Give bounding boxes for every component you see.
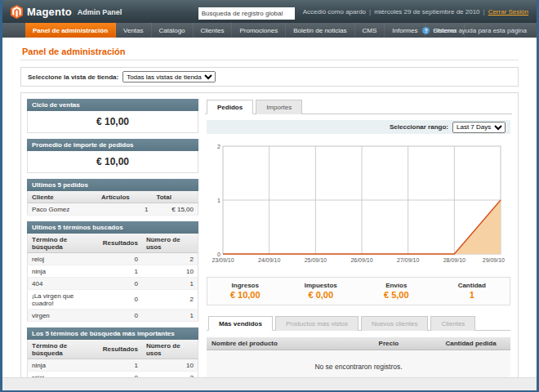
col-header: Resultados [99, 234, 142, 253]
range-select[interactable]: Last 7 Days [452, 122, 506, 133]
col-header: Número de usos [142, 234, 198, 253]
page-footer [2, 377, 537, 390]
svg-text:29/09/10: 29/09/10 [483, 257, 505, 263]
col-header: Término de búsqueda [28, 340, 99, 359]
table-row[interactable]: reloj 0 2 [28, 372, 198, 378]
dashboard-right-column: Pedidos Importes Seleccionar rango: Last… [205, 99, 512, 377]
nav-item[interactable]: Panel de administración [25, 23, 116, 38]
col-header: Número de usos [142, 340, 198, 359]
nav-item[interactable]: Promociones [232, 23, 286, 38]
stat-value: € 10,00 [207, 290, 283, 300]
logo-title: Magento [27, 6, 72, 18]
grid-tab[interactable]: Productos más vistos [275, 316, 359, 331]
nav-item[interactable]: CMS [355, 23, 385, 38]
last-orders-table: Cliente Artículos Total Paco Gomez 1 [27, 191, 198, 216]
magento-logo-icon [11, 5, 23, 19]
app-window: Magento Admin Panel Accedió como apardo|… [0, 0, 539, 392]
total-stat: Impuestos € 0,00 [283, 282, 359, 300]
page-content: Panel de administración Seleccione la vi… [2, 38, 537, 377]
total-stat: Cantidad 1 [434, 282, 510, 300]
header-session-info: Accedió como apardo|miércoles 29 de sept… [303, 8, 528, 16]
lifetime-sales-box: Ciclo de ventas € 10,00 [27, 99, 198, 133]
logout-link[interactable]: Cerrar Sesión [488, 8, 528, 16]
table-row[interactable]: ¡La virgen que cuadro! 0 2 [28, 290, 198, 310]
title-divider [20, 60, 519, 60]
svg-text:24/09/10: 24/09/10 [258, 257, 280, 263]
svg-text:0: 0 [217, 252, 220, 257]
lifetime-sales-value: € 10,00 [27, 111, 198, 133]
svg-text:1: 1 [217, 198, 220, 203]
diagram-tabs: Pedidos Importes [205, 99, 512, 114]
diagram-tab[interactable]: Pedidos [207, 100, 253, 114]
lifetime-sales-title: Ciclo de ventas [27, 99, 198, 111]
current-date: miércoles 29 de septiembre de 2010 [374, 8, 479, 16]
stat-label: Cantidad [434, 282, 510, 289]
col-header: Término de búsqueda [28, 234, 99, 253]
last-search-terms-table: Término de búsqueda Resultados Número de… [27, 234, 198, 322]
svg-text:2: 2 [217, 144, 220, 149]
nav-item[interactable]: Ventas [116, 23, 151, 38]
range-label: Seleccionar rango: [390, 123, 448, 131]
global-search-input[interactable] [198, 7, 295, 20]
svg-text:26/09/10: 26/09/10 [350, 257, 372, 263]
help-icon: ? [422, 27, 430, 34]
nav-item[interactable]: Catálogo [152, 23, 194, 38]
last-orders-box: Ultimos 5 pedidos Cliente Artículos Tota… [27, 179, 198, 216]
store-view-label: Seleccione la vista de tienda: [28, 74, 118, 81]
col-header: Precio [374, 337, 441, 350]
average-orders-value: € 10,00 [27, 151, 198, 173]
diagram-tab[interactable]: Importes [256, 100, 302, 114]
stat-label: Envíos [359, 282, 434, 289]
stat-value: 1 [434, 290, 510, 300]
orders-chart: 01223/09/1024/09/1025/09/1026/09/1027/09… [207, 140, 510, 270]
stat-label: Impuestos [283, 282, 359, 289]
nav-item[interactable]: Informes [385, 23, 425, 38]
nav-item[interactable]: Clientes [194, 23, 233, 38]
range-bar: Seleccionar rango: Last 7 Days [207, 120, 510, 134]
last-orders-title: Ultimos 5 pedidos [27, 179, 198, 191]
top-header: Magento Admin Panel Accedió como apardo|… [2, 0, 537, 23]
average-orders-box: Promedio de importe de pedidos € 10,00 [27, 139, 198, 173]
orders-panel: Seleccionar rango: Last 7 Days 01223/09/… [205, 114, 512, 377]
stat-value: € 0,00 [283, 290, 359, 300]
empty-grid-message: No se encontraron registros. [207, 350, 510, 378]
nav-item[interactable]: Boletín de noticias [286, 23, 354, 38]
col-header: Artículos [97, 191, 152, 203]
grid-tabs: Más vendidos Productos más vistos Nuevos… [207, 315, 510, 331]
table-row[interactable]: ninja 1 10 [28, 265, 198, 278]
grid-tab[interactable]: Clientes [430, 316, 475, 331]
table-row[interactable]: reloj 0 2 [28, 253, 198, 265]
bestsellers-grid: Nombre del producto Precio Cantidad pedi… [207, 337, 510, 377]
col-header: Total [152, 191, 198, 203]
magento-logo: Magento Admin Panel [11, 5, 122, 19]
store-view-select[interactable]: Todas las vistas de tienda [122, 71, 216, 82]
col-header: Cliente [28, 191, 98, 203]
table-row[interactable]: ninja 1 10 [28, 359, 198, 372]
total-stat: Ingresos € 10,00 [207, 282, 283, 300]
top-search-terms-title: Los 5 términos de búsqueda más important… [27, 327, 198, 340]
stat-value: € 5,00 [359, 290, 434, 300]
logo-subtitle: Admin Panel [78, 8, 122, 16]
table-row[interactable]: 404 0 1 [28, 278, 198, 290]
page-title: Panel de administración [20, 42, 519, 60]
table-row[interactable]: virgen 0 1 [28, 310, 198, 322]
col-header: Resultados [99, 340, 142, 359]
col-header: Nombre del producto [207, 337, 374, 350]
total-stat: Envíos € 5,00 [359, 282, 434, 300]
top-search-terms-box: Los 5 términos de búsqueda más important… [27, 327, 198, 377]
average-orders-title: Promedio de importe de pedidos [27, 139, 198, 151]
last-search-terms-title: Ultimos 5 términos buscados [27, 221, 198, 234]
last-search-terms-box: Ultimos 5 términos buscados Término de b… [27, 221, 198, 322]
logged-in-as: Accedió como apardo [303, 8, 366, 16]
table-row[interactable]: Paco Gomez 1 € 15,00 [28, 203, 198, 216]
stat-label: Ingresos [207, 282, 283, 289]
page-help-link[interactable]: ? Obtener ayuda para esta página [422, 23, 537, 38]
grid-tab[interactable]: Más vendidos [208, 316, 273, 331]
orders-area-chart: 01223/09/1024/09/1025/09/1026/09/1027/09… [207, 140, 506, 267]
svg-text:25/09/10: 25/09/10 [305, 257, 327, 263]
svg-text:28/09/10: 28/09/10 [443, 257, 466, 263]
store-view-switcher: Seleccione la vista de tienda: Todas las… [20, 67, 519, 87]
grid-tab[interactable]: Nuevos clientes [361, 316, 428, 331]
dashboard-left-column: Ciclo de ventas € 10,00 Promedio de impo… [27, 99, 198, 377]
dashboard-container: Ciclo de ventas € 10,00 Promedio de impo… [20, 92, 519, 377]
